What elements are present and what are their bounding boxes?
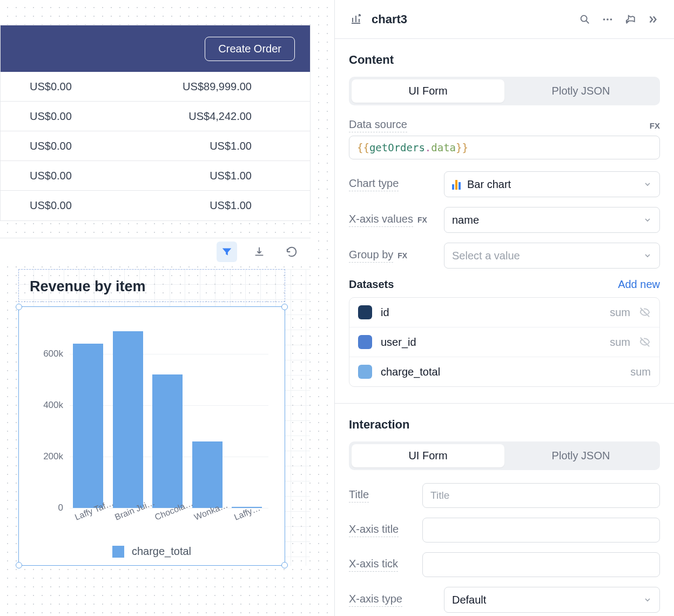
chart-type-value: Bar chart [467, 178, 511, 191]
datasets-heading: Datasets [349, 278, 394, 291]
cell: US$89,999.00 [141, 81, 310, 93]
filter-button[interactable] [217, 242, 237, 262]
tab-ui-form[interactable]: UI Form [352, 444, 504, 467]
resize-handle[interactable] [16, 304, 22, 310]
bar[interactable] [152, 374, 183, 508]
create-order-button[interactable]: Create Order [205, 37, 295, 61]
svg-point-0 [581, 15, 587, 21]
data-source-input[interactable]: {{getOrders.data}} [349, 136, 660, 159]
fx-toggle[interactable]: FX [417, 216, 427, 224]
chart-plot[interactable]: 0200k400k600k Laffy Taf…Brain Jui…Chocol… [18, 306, 285, 566]
cell: US$1.00 [141, 140, 310, 152]
bar[interactable] [73, 344, 103, 508]
bar-chart-icon [452, 179, 461, 190]
x-title-input[interactable] [422, 518, 660, 543]
group-by-placeholder: Select a value [452, 250, 520, 262]
chart-title: Revenue by item [30, 278, 274, 295]
dataset-row[interactable]: idsum [349, 298, 659, 327]
cell: US$0.00 [1, 81, 141, 93]
more-icon[interactable] [601, 12, 615, 26]
content-tabs: UI Form Plotly JSON [349, 77, 660, 105]
resize-handle[interactable] [281, 304, 288, 310]
table-row[interactable]: US$0.00 US$89,999.00 [1, 72, 310, 102]
download-button[interactable] [249, 242, 269, 262]
dataset-name: id [381, 306, 601, 319]
cell: US$4,242.00 [141, 110, 310, 123]
table-toolbar [0, 238, 311, 265]
expand-icon[interactable] [646, 12, 660, 26]
tab-plotly-json[interactable]: Plotly JSON [504, 444, 657, 467]
title-label: Title [349, 488, 369, 503]
section-heading: Interaction [349, 418, 660, 432]
svg-point-3 [610, 18, 612, 21]
inspector-header: chart3 [335, 0, 674, 39]
x-values-label: X-axis values [349, 213, 413, 227]
color-swatch[interactable] [358, 305, 372, 319]
tab-plotly-json[interactable]: Plotly JSON [504, 79, 657, 103]
preview-header: Create Order [1, 25, 310, 72]
download-icon [253, 246, 265, 258]
section-heading: Content [349, 53, 660, 67]
group-by-select[interactable]: Select a value [444, 243, 660, 269]
x-tick-label: X-axis tick [349, 558, 398, 572]
inspector-body: Content UI Form Plotly JSON Data source … [335, 39, 674, 616]
x-values-select[interactable]: name [444, 207, 660, 233]
table-row[interactable]: US$0.00 US$4,242.00 [1, 102, 310, 131]
inspector-panel: chart3 Content UI Form Plotly JSON Data … [335, 0, 674, 616]
resize-handle[interactable] [16, 562, 22, 568]
svg-point-1 [603, 18, 605, 21]
cell: US$0.00 [1, 110, 141, 123]
chart-component[interactable]: Revenue by item 0200k400k600k Laffy Taf…… [18, 269, 310, 566]
chart-legend: charge_total [19, 545, 285, 558]
dataset-row[interactable]: charge_totalsum [349, 357, 659, 386]
chart-title-container[interactable]: Revenue by item [18, 269, 285, 302]
add-dataset-button[interactable]: Add new [618, 278, 660, 291]
canvas-area: Create Order US$0.00 US$89,999.00 US$0.0… [0, 0, 335, 616]
pin-icon[interactable] [623, 12, 637, 26]
x-values-value: name [452, 214, 479, 226]
app-preview: Create Order US$0.00 US$89,999.00 US$0.0… [0, 25, 311, 221]
color-swatch[interactable] [358, 365, 372, 379]
table-row[interactable]: US$0.00 US$1.00 [1, 161, 310, 191]
search-icon[interactable] [578, 12, 592, 26]
interaction-tabs: UI Form Plotly JSON [349, 441, 660, 470]
chart-type-select[interactable]: Bar chart [444, 171, 660, 197]
fx-toggle[interactable]: FX [397, 251, 407, 260]
bar[interactable] [192, 441, 223, 508]
cell: US$0.00 [1, 140, 141, 152]
table-row[interactable]: US$0.00 US$1.00 [1, 191, 310, 220]
datasets-list: idsumuser_idsumcharge_totalsum [349, 297, 660, 387]
dataset-name: user_id [381, 336, 601, 349]
y-axis: 0200k400k600k [30, 329, 70, 508]
x-axis: Laffy Taf…Brain Jui…Chocola…Wonka…Laffy… [70, 509, 268, 528]
bar[interactable] [113, 331, 143, 508]
visibility-off-icon[interactable] [639, 306, 651, 318]
tab-ui-form[interactable]: UI Form [352, 79, 504, 103]
fx-toggle[interactable]: FX [650, 121, 660, 130]
chevron-down-icon [643, 216, 652, 224]
color-swatch[interactable] [358, 335, 372, 349]
x-tick-input[interactable] [422, 552, 660, 577]
cell: US$1.00 [141, 199, 310, 212]
refresh-icon [286, 246, 298, 258]
dataset-row[interactable]: user_idsum [349, 327, 659, 357]
plot-area [70, 329, 268, 508]
table-row[interactable]: US$0.00 US$1.00 [1, 131, 310, 161]
component-name: chart3 [372, 12, 569, 26]
x-type-select[interactable]: Default [444, 587, 660, 613]
orders-table: US$0.00 US$89,999.00 US$0.00 US$4,242.00… [1, 72, 310, 220]
chevron-down-icon [643, 251, 652, 260]
title-input[interactable] [422, 483, 660, 508]
dataset-aggregation: sum [610, 336, 630, 349]
refresh-button[interactable] [281, 242, 302, 262]
chart-icon [349, 12, 363, 26]
legend-label: charge_total [132, 545, 191, 558]
visibility-off-icon[interactable] [639, 336, 651, 348]
x-title-label: X-axis title [349, 523, 399, 537]
chart-canvas: 0200k400k600k Laffy Taf…Brain Jui…Chocol… [30, 323, 274, 527]
y-tick-label: 200k [43, 451, 63, 462]
data-source-label: Data source [349, 118, 407, 132]
cell: US$0.00 [1, 199, 141, 212]
cell: US$0.00 [1, 170, 141, 182]
resize-handle[interactable] [281, 562, 288, 568]
